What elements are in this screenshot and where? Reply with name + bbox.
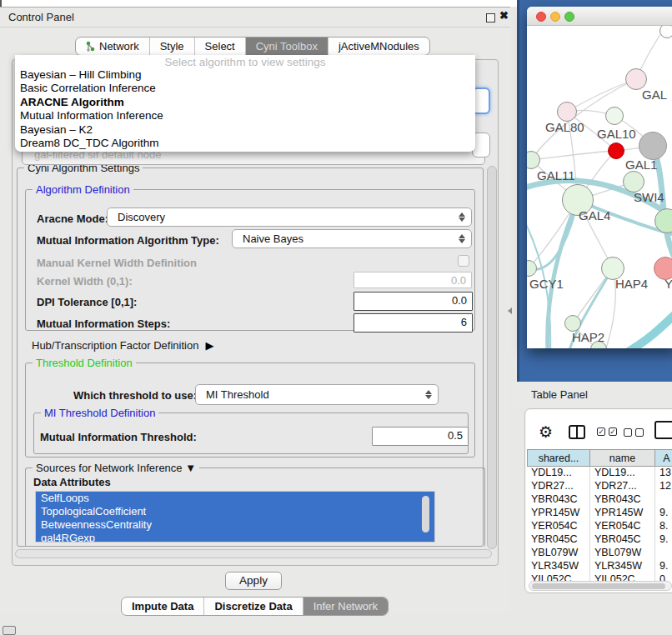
table-row[interactable]: YDL19...YDL19...13	[527, 467, 672, 480]
table-cell: YPR145W	[527, 507, 590, 520]
node-table: shared...nameA YDL19...YDL19...13YDR27..…	[527, 449, 672, 587]
attribute-list-item[interactable]: TopologicalCoefficient	[36, 505, 434, 518]
stepper-icon	[425, 389, 432, 400]
dropdown-item[interactable]: Basic Correlation Inference	[15, 82, 475, 95]
table-cell: YBR043C	[527, 493, 590, 507]
docked-panel-icon[interactable]	[3, 626, 16, 635]
network-window-titlebar[interactable]	[527, 7, 672, 26]
tab-select[interactable]: Select	[195, 38, 246, 55]
dropdown-item[interactable]: Bayesian – Hill Climbing	[15, 68, 475, 82]
close-icon[interactable]: ✖	[499, 9, 509, 22]
tab-impute-data-label: Impute Data	[132, 600, 193, 612]
dropdown-item[interactable]: Mutual Information Inference	[15, 109, 475, 122]
network-node[interactable]	[564, 315, 581, 332]
tab-jactivemnodules-label: jActiveMNodules	[339, 40, 419, 52]
tab-jactivemnodules[interactable]: jActiveMNodules	[328, 38, 429, 55]
which-threshold-select[interactable]: MI Threshold	[195, 384, 439, 405]
mi-threshold-field[interactable]: 0.5	[372, 427, 469, 446]
control-panel-window: Control Panel ✖ Network Style Select Cyn…	[0, 7, 510, 612]
zoom-traffic-light[interactable]	[564, 12, 574, 22]
table-panel-title: Table Panel	[531, 388, 588, 401]
float-window-icon[interactable]	[486, 13, 495, 22]
mi-threshold-group-title: MI Threshold Definition	[41, 407, 158, 419]
network-canvas[interactable]: GALGAL80GAL10GAL1GAL11SWI4GAL4GCY1HAP4YH…	[527, 26, 672, 348]
tab-discretize-data[interactable]: Discretize Data	[204, 598, 303, 615]
mi-steps-label: Mutual Information Steps:	[37, 318, 170, 330]
network-icon	[86, 41, 96, 52]
tab-impute-data[interactable]: Impute Data	[122, 598, 204, 615]
manual-kernel-width-checkbox[interactable]	[458, 255, 469, 267]
select-all-columns-icon[interactable]: ✓ ✓	[597, 428, 617, 436]
settings-vertical-scrollbar[interactable]	[487, 166, 497, 549]
node-label: HAP4	[615, 277, 648, 291]
splitter-handle-icon[interactable]	[508, 308, 512, 314]
table-cell: YBL079W	[527, 547, 590, 560]
dropdown-item[interactable]: ARACNE Algorithm	[15, 96, 475, 109]
network-node[interactable]	[659, 26, 672, 38]
column-header[interactable]: A	[655, 449, 672, 467]
column-header[interactable]: name	[590, 449, 655, 467]
table-horizontal-scrollbar[interactable]	[529, 581, 672, 591]
column-header[interactable]: shared...	[527, 449, 590, 467]
table-row[interactable]: YLR345WYLR345W9.	[527, 560, 672, 573]
table-row[interactable]: YBR045CYBR045C9.	[527, 533, 672, 547]
tab-cyni-toolbox[interactable]: Cyni Toolbox	[246, 38, 328, 55]
table-row[interactable]: YER054CYER054C8.	[527, 520, 672, 533]
tab-cyni-toolbox-label: Cyni Toolbox	[256, 40, 318, 52]
tab-network-label: Network	[99, 40, 139, 52]
gear-icon[interactable]: ⚙	[539, 422, 553, 442]
aracne-mode-label: Aracne Mode:	[37, 212, 108, 225]
dropdown-item[interactable]: Bayesian – K2	[15, 123, 475, 137]
table-cell: YDR27...	[527, 480, 590, 493]
table-row[interactable]: YBR043CYBR043C	[527, 493, 672, 507]
table-cell: 8.	[655, 520, 672, 533]
scrollbar-thumb[interactable]	[532, 583, 665, 589]
mi-steps-field[interactable]: 6	[354, 313, 473, 332]
attribute-list-scrollbar[interactable]	[422, 496, 429, 532]
node-label: GAL10	[597, 127, 636, 141]
table-row[interactable]: YPR145WYPR145W9.	[527, 507, 672, 520]
kernel-width-label: Kernel Width (0,1):	[37, 275, 133, 288]
tab-network[interactable]: Network	[76, 38, 150, 55]
kernel-width-field[interactable]: 0.0	[354, 272, 472, 288]
data-attributes-label: Data Attributes	[33, 476, 111, 488]
node-label: Y	[664, 277, 672, 291]
close-traffic-light[interactable]	[536, 12, 546, 22]
apply-button[interactable]: Apply	[225, 572, 282, 590]
node-label: GCY1	[529, 277, 564, 291]
attribute-list-item[interactable]: BetweennessCentrality	[36, 518, 434, 532]
settings-horizontal-scrollbar[interactable]	[15, 549, 492, 558]
table-cell: YDL19...	[527, 467, 590, 480]
which-threshold-value: MI Threshold	[206, 388, 269, 401]
network-node[interactable]	[557, 102, 577, 122]
unchecked-box-icon	[635, 428, 644, 437]
unchecked-box-icon	[624, 428, 632, 437]
node-label: HAP2	[572, 330, 604, 344]
table-row[interactable]: YBL079WYBL079W	[527, 547, 672, 560]
which-threshold-label: Which threshold to use:	[73, 389, 197, 402]
new-column-icon[interactable]	[654, 421, 672, 439]
dropdown-item[interactable]: Dream8 DC_TDC Algorithm	[15, 137, 475, 150]
sources-group-title[interactable]: Sources for Network Inference ▼	[33, 462, 199, 474]
expand-arrow-icon: ▶	[205, 339, 213, 352]
tab-infer-network[interactable]: Infer Network	[303, 598, 388, 615]
aracne-mode-select[interactable]: Discovery	[107, 208, 472, 227]
table-row[interactable]: YDR27...YDR27...12	[527, 480, 672, 493]
table-cell: 13	[655, 467, 672, 480]
attribute-list-item[interactable]: gal4RGexp	[36, 532, 434, 542]
network-node[interactable]	[639, 132, 667, 160]
minimize-traffic-light[interactable]	[550, 12, 560, 22]
split-panes-icon[interactable]	[569, 425, 585, 439]
dpi-tolerance-field[interactable]: 0.0	[354, 292, 473, 311]
table-cell	[655, 493, 672, 507]
attribute-list-item[interactable]: SelfLoops	[36, 492, 434, 505]
tab-style[interactable]: Style	[150, 38, 195, 55]
tab-infer-network-label: Infer Network	[313, 600, 378, 612]
data-attributes-list[interactable]: SelfLoopsTopologicalCoefficientBetweenne…	[35, 491, 435, 542]
network-node[interactable]	[605, 107, 624, 125]
network-node[interactable]	[608, 142, 624, 159]
hub-definition-toggle[interactable]: Hub/Transcription Factor Definition▶	[32, 339, 213, 352]
stepper-icon	[459, 212, 465, 222]
deselect-all-columns-icon[interactable]	[624, 428, 644, 437]
mi-algorithm-type-select[interactable]: Naive Bayes	[232, 229, 472, 248]
